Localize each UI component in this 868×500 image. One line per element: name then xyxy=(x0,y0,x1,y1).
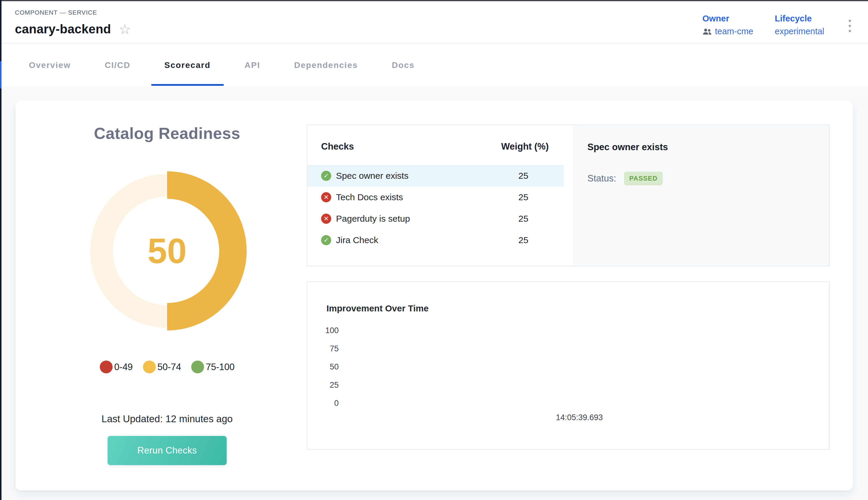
score-legend: 0-49 50-74 75-100 xyxy=(21,361,313,373)
owner-meta: Owner team-cme xyxy=(702,14,753,36)
more-options-kebab-icon[interactable] xyxy=(847,19,852,33)
chart-y-axis: 100 75 50 25 0 xyxy=(310,321,339,412)
page-content: Catalog Readiness 50 0-49 50-74 xyxy=(1,87,868,500)
y-tick: 75 xyxy=(310,340,339,358)
last-updated-text: Last Updated: 12 minutes ago xyxy=(21,413,313,424)
window-top-border xyxy=(0,0,868,1)
breadcrumb: COMPONENT — SERVICE xyxy=(15,9,97,16)
status-badge: PASSED xyxy=(624,172,663,185)
tab-dependencies[interactable]: Dependencies xyxy=(281,44,371,87)
legend-dot-red xyxy=(100,361,113,373)
owner-label: Owner xyxy=(702,14,753,24)
sidebar-active-indicator xyxy=(0,61,1,89)
favorite-star-icon[interactable]: ☆ xyxy=(119,22,131,36)
table-row[interactable]: Jira Check 25 xyxy=(308,229,564,251)
y-tick: 100 xyxy=(310,321,339,340)
y-tick: 25 xyxy=(310,376,339,394)
checks-panel: Checks Weight (%) Spec owner exists 25 T… xyxy=(307,125,830,266)
check-fail-icon xyxy=(321,192,331,202)
table-row[interactable]: Pagerduty is setup 25 xyxy=(308,208,564,229)
tab-docs[interactable]: Docs xyxy=(379,44,427,87)
legend-item-high: 75-100 xyxy=(191,361,235,373)
tab-api[interactable]: API xyxy=(231,44,274,87)
check-detail-title: Spec owner exists xyxy=(587,142,829,152)
chart-title: Improvement Over Time xyxy=(326,303,429,314)
table-row[interactable]: Tech Docs exists 25 xyxy=(308,186,564,208)
score-summary-column: Catalog Readiness 50 0-49 50-74 xyxy=(21,101,313,465)
sidebar-edge xyxy=(0,0,1,500)
check-pass-icon xyxy=(321,171,331,181)
tab-cicd[interactable]: CI/CD xyxy=(92,44,143,87)
check-fail-icon xyxy=(321,214,331,224)
legend-dot-amber xyxy=(143,361,156,373)
lifecycle-label: Lifecycle xyxy=(775,14,824,24)
checks-table: Checks Weight (%) Spec owner exists 25 T… xyxy=(308,125,573,266)
y-tick: 50 xyxy=(310,358,339,376)
lifecycle-meta: Lifecycle experimental xyxy=(775,14,824,36)
tab-scorecard[interactable]: Scorecard xyxy=(151,44,224,87)
score-gauge: 50 xyxy=(87,170,247,331)
group-icon xyxy=(702,28,712,35)
rerun-checks-button[interactable]: Rerun Checks xyxy=(107,436,227,465)
y-tick: 0 xyxy=(310,394,339,412)
status-label: Status: xyxy=(587,173,616,184)
table-row[interactable]: Spec owner exists 25 xyxy=(308,165,564,186)
check-detail-panel: Spec owner exists Status: PASSED xyxy=(573,125,829,266)
weight-column-header: Weight (%) xyxy=(498,141,549,152)
legend-item-low: 0-49 xyxy=(100,361,133,373)
entity-tabbar: Overview CI/CD Scorecard API Dependencie… xyxy=(1,44,868,87)
lifecycle-value: experimental xyxy=(775,26,824,36)
legend-item-mid: 50-74 xyxy=(143,361,181,373)
legend-dot-green xyxy=(191,361,204,373)
owner-link[interactable]: team-cme xyxy=(715,26,753,36)
scorecard-title: Catalog Readiness xyxy=(21,124,313,143)
entity-header: COMPONENT — SERVICE canary-backend ☆ Own… xyxy=(1,1,868,44)
x-axis-tick-label: 14:05:39.693 xyxy=(556,413,603,422)
page-title: canary-backend xyxy=(15,22,111,36)
tab-overview[interactable]: Overview xyxy=(16,44,84,87)
scorecard-card: Catalog Readiness 50 0-49 50-74 xyxy=(15,101,853,490)
improvement-chart-panel: Improvement Over Time 100 75 50 25 0 14:… xyxy=(307,281,830,450)
checks-column-header: Checks xyxy=(321,141,354,152)
score-value: 50 xyxy=(87,170,247,331)
check-pass-icon xyxy=(321,235,331,245)
